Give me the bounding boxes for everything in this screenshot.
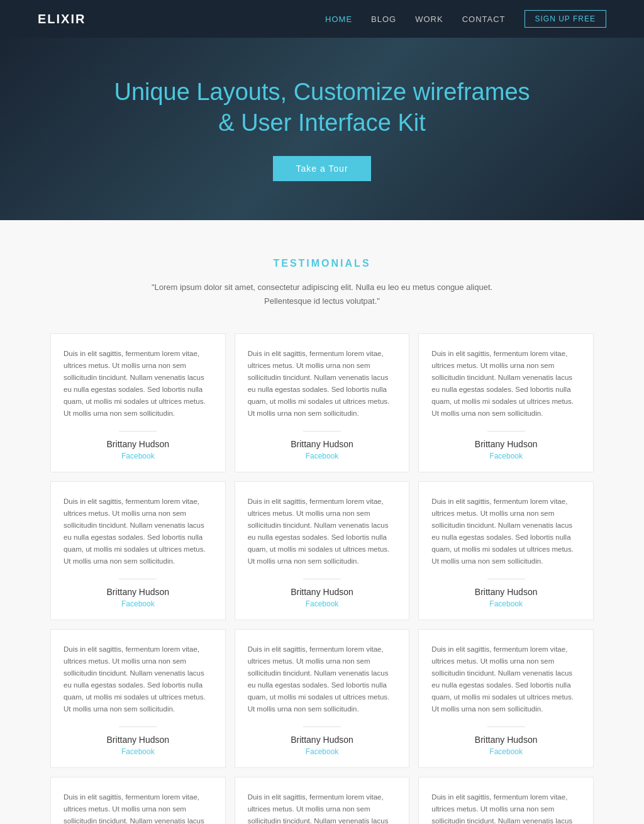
divider — [119, 727, 157, 727]
testimonial-text: Duis in elit sagittis, fermentum lorem v… — [431, 643, 580, 715]
testimonial-source: Facebook — [248, 452, 397, 460]
testimonial-card: Duis in elit sagittis, fermentum lorem v… — [50, 777, 226, 824]
divider — [303, 727, 341, 727]
testimonial-name: Brittany Hudson — [431, 735, 580, 745]
divider — [487, 579, 525, 579]
divider — [303, 431, 341, 431]
testimonial-text: Duis in elit sagittis, fermentum lorem v… — [248, 496, 397, 567]
nav-work[interactable]: WORK — [415, 14, 443, 24]
testimonial-card: Duis in elit sagittis, fermentum lorem v… — [235, 481, 410, 620]
testimonial-card: Duis in elit sagittis, fermentum lorem v… — [50, 481, 226, 620]
testimonial-text: Duis in elit sagittis, fermentum lorem v… — [431, 348, 580, 420]
tour-button[interactable]: Take a Tour — [273, 156, 370, 181]
divider — [487, 431, 525, 431]
testimonial-text: Duis in elit sagittis, fermentum lorem v… — [431, 791, 580, 824]
section-title: TESTIMONIALS — [50, 258, 594, 269]
hero-content: Unique Layouts, Customize wireframes & U… — [114, 77, 530, 182]
testimonial-card: Duis in elit sagittis, fermentum lorem v… — [50, 333, 226, 472]
divider — [119, 579, 157, 579]
nav-blog[interactable]: BLOG — [371, 14, 396, 24]
testimonial-source: Facebook — [431, 452, 580, 460]
testimonial-source: Facebook — [64, 747, 213, 756]
testimonial-card: Duis in elit sagittis, fermentum lorem v… — [235, 629, 410, 768]
testimonial-name: Brittany Hudson — [248, 735, 397, 745]
testimonial-card: Duis in elit sagittis, fermentum lorem v… — [235, 777, 410, 824]
testimonial-text: Duis in elit sagittis, fermentum lorem v… — [431, 496, 580, 567]
testimonial-card: Duis in elit sagittis, fermentum lorem v… — [50, 629, 226, 768]
testimonial-source: Facebook — [431, 747, 580, 756]
testimonial-card: Duis in elit sagittis, fermentum lorem v… — [418, 777, 594, 824]
testimonial-text: Duis in elit sagittis, fermentum lorem v… — [64, 496, 213, 567]
testimonial-name: Brittany Hudson — [64, 735, 213, 745]
hero-headline: Unique Layouts, Customize wireframes & U… — [114, 77, 530, 139]
hero-headline-highlight: Customize wireframes — [294, 79, 530, 105]
testimonial-source: Facebook — [64, 452, 213, 460]
nav-home[interactable]: HOME — [325, 14, 352, 24]
hero-section: Unique Layouts, Customize wireframes & U… — [0, 38, 644, 220]
testimonial-name: Brittany Hudson — [248, 439, 397, 449]
testimonial-text: Duis in elit sagittis, fermentum lorem v… — [64, 791, 213, 824]
testimonial-text: Duis in elit sagittis, fermentum lorem v… — [64, 643, 213, 715]
testimonial-source: Facebook — [64, 599, 213, 608]
testimonial-card: Duis in elit sagittis, fermentum lorem v… — [418, 629, 594, 768]
hero-headline-part2: & User Interface Kit — [218, 109, 425, 136]
testimonial-text: Duis in elit sagittis, fermentum lorem v… — [248, 643, 397, 715]
brand-logo: ELIXIR — [38, 12, 86, 26]
testimonial-name: Brittany Hudson — [64, 439, 213, 449]
nav-menu: HOME BLOG WORK CONTACT SIGN UP FREE — [325, 10, 606, 28]
testimonial-card: Duis in elit sagittis, fermentum lorem v… — [418, 333, 594, 472]
testimonial-text: Duis in elit sagittis, fermentum lorem v… — [64, 348, 213, 420]
testimonial-name: Brittany Hudson — [64, 587, 213, 597]
testimonial-name: Brittany Hudson — [431, 439, 580, 449]
navbar: ELIXIR HOME BLOG WORK CONTACT SIGN UP FR… — [0, 0, 644, 38]
testimonial-source: Facebook — [431, 599, 580, 608]
hero-headline-part1: Unique Layouts, — [114, 79, 293, 105]
testimonial-card: Duis in elit sagittis, fermentum lorem v… — [418, 481, 594, 620]
testimonial-text: Duis in elit sagittis, fermentum lorem v… — [248, 348, 397, 420]
divider — [119, 431, 157, 431]
testimonial-name: Brittany Hudson — [431, 587, 580, 597]
testimonial-card: Duis in elit sagittis, fermentum lorem v… — [235, 333, 410, 472]
testimonial-name: Brittany Hudson — [248, 587, 397, 597]
divider — [303, 579, 341, 579]
testimonial-source: Facebook — [248, 747, 397, 756]
testimonial-source: Facebook — [248, 599, 397, 608]
section-quote: "Lorem ipsum dolor sit amet, consectetur… — [50, 281, 594, 308]
testimonial-text: Duis in elit sagittis, fermentum lorem v… — [248, 791, 397, 824]
divider — [487, 727, 525, 727]
testimonials-grid: Duis in elit sagittis, fermentum lorem v… — [50, 333, 594, 824]
nav-contact[interactable]: CONTACT — [462, 14, 506, 24]
testimonials-section: TESTIMONIALS "Lorem ipsum dolor sit amet… — [0, 220, 644, 824]
signup-button[interactable]: SIGN UP FREE — [525, 10, 606, 28]
